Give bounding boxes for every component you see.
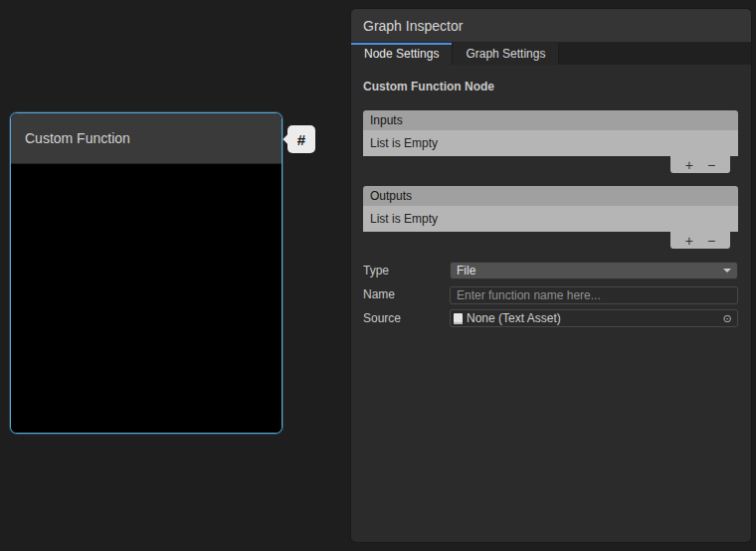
inspector-tabbar: Node Settings Graph Settings	[351, 43, 751, 65]
graph-canvas[interactable]: Custom Function # Graph Inspector Node S…	[0, 0, 756, 551]
inspector-title: Graph Inspector	[363, 18, 463, 34]
inputs-list-footer: + −	[363, 156, 738, 173]
inputs-list-empty-label: List is Empty	[363, 130, 738, 156]
type-dropdown-value: File	[457, 264, 475, 277]
inputs-list: Inputs List is Empty + −	[363, 110, 738, 173]
type-dropdown[interactable]: File	[450, 262, 738, 279]
chevron-down-icon	[723, 269, 731, 273]
custom-function-node[interactable]: Custom Function	[10, 112, 283, 434]
name-label: Name	[363, 287, 450, 301]
source-object-field[interactable]: None (Text Asset) ⊙	[450, 309, 738, 327]
node-title-bar[interactable]: Custom Function	[11, 113, 282, 164]
type-row: Type File	[363, 262, 738, 279]
tab-node-settings-label: Node Settings	[364, 47, 439, 61]
source-row: Source None (Text Asset) ⊙	[363, 309, 738, 327]
outputs-list-header: Outputs	[363, 186, 738, 206]
hash-badge-label: #	[297, 131, 305, 148]
inputs-add-button[interactable]: +	[685, 158, 693, 172]
node-settings-fields: Type File Name Source	[363, 262, 738, 327]
node-title-label: Custom Function	[25, 130, 130, 146]
graph-inspector-panel: Graph Inspector Node Settings Graph Sett…	[351, 9, 751, 542]
outputs-add-button[interactable]: +	[685, 234, 693, 248]
hash-badge-icon[interactable]: #	[287, 125, 315, 153]
source-object-value: None (Text Asset)	[467, 311, 561, 325]
outputs-list-footer: + −	[363, 232, 738, 249]
outputs-list: Outputs List is Empty + −	[363, 186, 738, 249]
inspector-content: Custom Function Node Inputs List is Empt…	[351, 80, 751, 327]
name-input[interactable]	[450, 286, 738, 304]
inputs-list-header: Inputs	[363, 110, 738, 130]
object-picker-icon[interactable]: ⊙	[720, 311, 734, 325]
type-label: Type	[363, 264, 450, 277]
tab-graph-settings-label: Graph Settings	[466, 47, 545, 61]
inputs-remove-button[interactable]: −	[707, 158, 715, 172]
inspector-header[interactable]: Graph Inspector	[351, 9, 751, 43]
outputs-list-empty-label: List is Empty	[363, 206, 738, 232]
name-row: Name	[363, 285, 738, 303]
tab-graph-settings[interactable]: Graph Settings	[453, 43, 559, 65]
outputs-remove-button[interactable]: −	[707, 234, 715, 248]
tab-node-settings[interactable]: Node Settings	[351, 43, 453, 65]
node-preview-body	[11, 164, 282, 433]
source-label: Source	[363, 311, 450, 325]
text-asset-icon	[454, 313, 463, 324]
section-title: Custom Function Node	[363, 80, 738, 93]
